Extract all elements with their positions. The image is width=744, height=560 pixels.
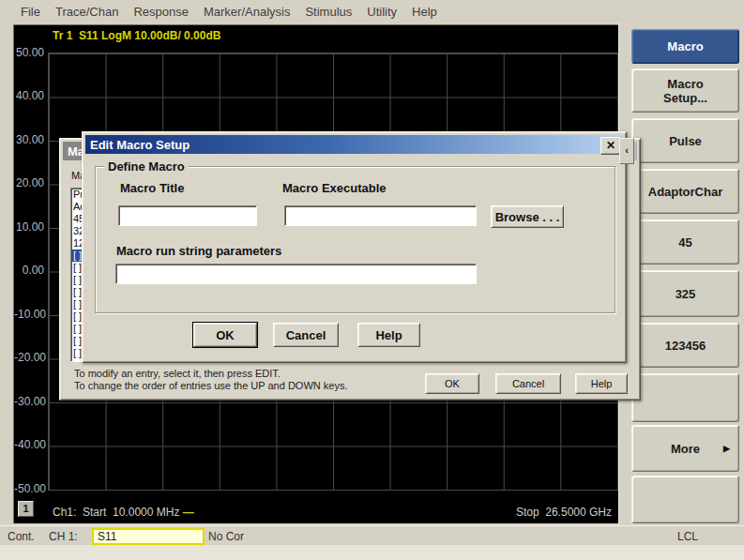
y-axis-label: -10.00: [14, 308, 44, 321]
close-icon[interactable]: ✕: [600, 137, 621, 155]
macro-executable-label: Macro Executable: [282, 181, 387, 195]
softkey-pulse[interactable]: Pulse: [631, 118, 739, 163]
edit-macro-title: Edit Macro Setup: [90, 138, 190, 152]
macro-setup-ok-button[interactable]: OK: [425, 373, 479, 394]
menu-bar: File Trace/Chan Response Marker/Analysis…: [0, 0, 744, 23]
edit-macro-ok-button[interactable]: OK: [193, 323, 257, 347]
define-macro-group-label: Define Macro: [104, 159, 189, 174]
y-axis-label: 50.00: [14, 46, 44, 59]
sweep-stop-label: Stop 26.5000 GHz: [516, 506, 612, 519]
macro-title-label: Macro Title: [120, 181, 184, 195]
softkey-325[interactable]: 325: [631, 270, 739, 317]
menu-stimulus[interactable]: Stimulus: [297, 2, 359, 22]
bottom-strip: [0, 545, 744, 560]
softkey-adaptorchar[interactable]: AdaptorChar: [631, 169, 739, 214]
softkey-more[interactable]: More▶: [631, 425, 739, 472]
edit-macro-setup-dialog: Edit Macro Setup ✕ Define Macro Macro Ti…: [82, 131, 627, 363]
status-bar: Cont. CH 1: S11 No Cor LCL: [0, 525, 744, 546]
y-axis-label: 40.00: [14, 89, 44, 102]
menu-marker-analysis[interactable]: Marker/Analysis: [196, 2, 297, 22]
edit-macro-cancel-button[interactable]: Cancel: [273, 323, 339, 347]
channel-badge: 1: [18, 501, 34, 517]
menu-trace-chan[interactable]: Trace/Chan: [48, 2, 126, 22]
y-axis-label: -50.00: [14, 482, 44, 495]
channel-status-label: CH 1:: [49, 530, 78, 543]
softkey-macro-setup[interactable]: Macro Setup...: [631, 68, 739, 113]
menu-help[interactable]: Help: [404, 2, 445, 22]
trace1-color-key: —: [183, 506, 194, 519]
active-measurement-badge: S11: [92, 528, 205, 545]
y-axis-label: -20.00: [14, 351, 44, 364]
softkey-blank-1[interactable]: [631, 373, 739, 422]
macro-params-input[interactable]: [115, 264, 477, 284]
macro-executable-input[interactable]: [284, 205, 477, 226]
y-axis-label: 20.00: [14, 176, 44, 189]
panel-collapse-arrow-icon[interactable]: ‹: [619, 138, 634, 164]
softkey-blank-2[interactable]: [631, 476, 739, 523]
y-axis-label: 10.00: [14, 220, 44, 234]
menu-response[interactable]: Response: [126, 2, 196, 22]
edit-macro-titlebar[interactable]: Edit Macro Setup ✕: [85, 135, 623, 154]
y-axis-label: -30.00: [14, 395, 44, 408]
trace-annotation: Tr 1 S11 LogM 10.00dB/ 0.00dB: [53, 29, 220, 42]
macro-setup-help-button[interactable]: Help: [575, 373, 628, 394]
softkey-45[interactable]: 45: [631, 219, 739, 265]
softkey-123456[interactable]: 123456: [631, 323, 739, 368]
edit-macro-help-button[interactable]: Help: [357, 323, 420, 347]
sweep-start-label: Ch1: Start 10.0000 MHz —: [53, 506, 194, 519]
macro-title-input[interactable]: [118, 205, 257, 226]
macro-params-label: Macro run string parameters: [116, 244, 281, 258]
y-axis-label: -40.00: [14, 438, 44, 451]
local-status: LCL: [677, 530, 698, 543]
sweep-mode-status: Cont.: [8, 530, 35, 543]
softkey-macro-header[interactable]: Macro: [631, 29, 739, 64]
y-axis-label: 30.00: [14, 133, 44, 146]
y-axis-label: 0.00: [14, 264, 44, 277]
browse-button[interactable]: Browse . . .: [491, 205, 564, 228]
macro-setup-help-line1: To modify an entry, select it, then pres…: [74, 368, 281, 379]
macro-setup-help-line2: To change the order of entries use the U…: [74, 380, 347, 391]
correction-status: No Cor: [208, 530, 244, 543]
analyzer-window: File Trace/Chan Response Marker/Analysis…: [0, 0, 744, 560]
menu-file[interactable]: File: [13, 2, 48, 22]
macro-setup-cancel-button[interactable]: Cancel: [495, 373, 561, 394]
menu-utility[interactable]: Utility: [359, 2, 404, 22]
more-arrow-icon: ▶: [723, 444, 730, 453]
